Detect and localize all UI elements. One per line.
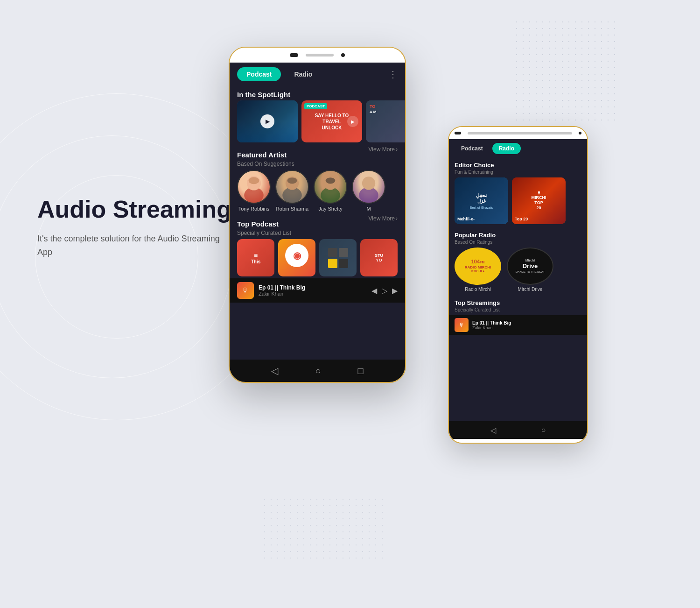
phone2-podcast-tab[interactable]: Podcast (455, 143, 490, 154)
top-streamings-title: Top Streamings (449, 296, 587, 307)
now-playing-title: Ep 01 || Think Big (259, 284, 367, 291)
svg-point-14 (362, 177, 375, 190)
phone2-wrapper: Podcast Radio Editor Choice Fun & Entert… (448, 126, 588, 444)
page-title: Audio Streaming (37, 196, 233, 223)
spotlight-title: In the SpotLight (230, 86, 405, 100)
editor-card-mirchi[interactable]: 🎙 MIRCHITOP20 Top 20 (512, 177, 566, 224)
editor-choice-sub: Fun & Entertaining (449, 170, 587, 177)
phone1-wrapper: Podcast Radio ⋮ In the SpotLight ▶ PODCA… (229, 47, 406, 383)
artist-robin-name: Robin Sharma (276, 206, 308, 212)
phone1-app-header: Podcast Radio ⋮ (230, 63, 405, 86)
editor-choice-row: مَحفِلِغزل Best of Ghazals Mehfil-e- 🎙 M… (449, 177, 587, 228)
menu-dots-icon[interactable]: ⋮ (388, 69, 398, 80)
featured-artist-title: Featured Artist (230, 146, 369, 161)
podcast-card-4[interactable]: STU YO (360, 239, 398, 276)
phone1-screen: Podcast Radio ⋮ In the SpotLight ▶ PODCA… (230, 63, 405, 360)
dot-pattern-bottomcenter (261, 496, 383, 561)
next-icon[interactable]: ▶ (392, 286, 398, 295)
phone2-now-playing-thumb: 🎙 (455, 318, 469, 332)
artist-jay-avatar (314, 170, 347, 204)
popular-radio-row: 104FM RADIO MIRCHI KOCHI ♦ Radio Mirchi … (449, 247, 587, 296)
spotlight-row: ▶ PODCAST SAY HELLO TOTRAVELUNLOCK ▶ TO … (230, 100, 405, 146)
phone1-bottom-nav: ◁ ○ □ (230, 360, 405, 382)
spotlight-card-1[interactable]: ▶ (237, 100, 298, 142)
phone1-speaker (306, 54, 334, 57)
phone2-radio-tab[interactable]: Radio (492, 143, 521, 154)
artist-tony-avatar (237, 170, 271, 204)
phone1-topbar (230, 48, 405, 63)
spotlight-text-2: SAY HELLO TOTRAVELUNLOCK (315, 113, 349, 131)
phone1: Podcast Radio ⋮ In the SpotLight ▶ PODCA… (229, 47, 406, 383)
featured-artist-header: Featured Artist Based On Suggestions Vie… (230, 146, 405, 170)
podcast-card-1[interactable]: ≡ This (237, 239, 274, 276)
phone2-camera (455, 132, 461, 134)
artist-tony[interactable]: Tony Robbins (237, 170, 271, 212)
now-playing-controls: ◀ ▷ ▶ (371, 286, 398, 295)
svg-point-7 (287, 177, 297, 184)
ghazal-text: مَحفِلِغزل (476, 193, 487, 204)
artist-jay-name: Jay Shetty (318, 206, 342, 212)
radio-mirchi-label: Radio Mirchi (465, 285, 491, 292)
home-icon[interactable]: ○ (315, 366, 321, 376)
phone1-camera (290, 53, 298, 57)
phone2-home-icon[interactable]: ○ (541, 426, 546, 434)
radio-tab[interactable]: Radio (285, 67, 322, 81)
now-playing-thumb: 🎙 (237, 282, 254, 299)
phone2-back-icon[interactable]: ◁ (490, 426, 496, 435)
phone2-header: Podcast Radio (449, 139, 587, 158)
artist-robin[interactable]: Robin Sharma (275, 170, 309, 212)
phone1-sensor (341, 53, 345, 57)
phone2-speaker (468, 132, 572, 134)
artist-robin-avatar (275, 170, 309, 204)
now-playing-artist: Zakir Khan (259, 291, 367, 297)
mirchi-drive[interactable]: Mirchi Drive DANCE TO THE BEAT Mirchi Dr… (507, 247, 553, 292)
popular-radio-sub: Based On Ratings (449, 240, 587, 247)
svg-point-3 (249, 177, 259, 184)
top-podcast-titles: Top Podcast Specially Curated List (230, 215, 369, 239)
ghazal-label: Mehfil-e- (457, 217, 505, 221)
spotlight-card-3[interactable]: TO A M (366, 100, 405, 142)
podcast-row: ≡ This ◉ (230, 239, 405, 278)
mirchi-label: Top 20 (515, 217, 563, 221)
artist-4-avatar (352, 170, 385, 204)
top-podcast-header: Top Podcast Specially Curated List View … (230, 215, 405, 239)
left-content: Audio Streaming It's the complete soluti… (37, 196, 233, 259)
podcast-tab[interactable]: Podcast (237, 67, 281, 81)
artists-row: Tony Robbins Robin Sharma (230, 170, 405, 215)
radio-mirchi[interactable]: 104FM RADIO MIRCHI KOCHI ♦ Radio Mirchi (455, 247, 501, 292)
popular-radio-title: Popular Radio (449, 228, 587, 240)
phone2-now-playing: 🎙 Ep 01 || Think Big Zakir Khan (449, 315, 587, 335)
phone2-bottom-nav: ◁ ○ (449, 421, 587, 439)
artist-4[interactable]: M (352, 170, 385, 212)
phone2-screen: Podcast Radio Editor Choice Fun & Entert… (449, 139, 587, 421)
svg-point-11 (326, 177, 336, 184)
mirchi-text: MIRCHITOP20 (532, 195, 546, 210)
back-icon[interactable]: ◁ (271, 365, 278, 376)
featured-artist-sub: Based On Suggestions (230, 161, 369, 170)
view-more-podcast[interactable]: View More › (369, 215, 398, 222)
artist-4-name: M (366, 206, 371, 212)
phone2-topbar (449, 127, 587, 139)
phone2-now-playing-title: Ep 01 || Think Big (472, 320, 581, 325)
artist-tony-name: Tony Robbins (238, 206, 270, 212)
spotlight-play-1[interactable]: ▶ (260, 114, 274, 128)
mirchi-drive-label: Mirchi Drive (518, 285, 543, 292)
dot-pattern-topright (513, 19, 616, 121)
phone2-sensor (579, 132, 581, 134)
podcast-card-2[interactable]: ◉ (278, 239, 315, 276)
page-description: It's the complete solution for the Audio… (37, 232, 233, 259)
artist-jay[interactable]: Jay Shetty (314, 170, 347, 212)
phone1-brand: HUAWEI (230, 382, 405, 383)
prev-icon[interactable]: ◀ (371, 286, 377, 295)
phone2-now-playing-info: Ep 01 || Think Big Zakir Khan (472, 320, 581, 330)
recents-icon[interactable]: □ (357, 366, 363, 376)
view-more-artists[interactable]: View More › (369, 146, 398, 153)
top-podcast-title: Top Podcast (230, 215, 369, 230)
podcast-card-3[interactable] (319, 239, 357, 276)
featured-artist-titles: Featured Artist Based On Suggestions (230, 146, 369, 170)
phone2: Podcast Radio Editor Choice Fun & Entert… (448, 126, 588, 444)
play-icon[interactable]: ▷ (382, 286, 387, 295)
editor-card-ghazal[interactable]: مَحفِلِغزل Best of Ghazals Mehfil-e- (455, 177, 508, 224)
spotlight-card-2[interactable]: PODCAST SAY HELLO TOTRAVELUNLOCK ▶ (301, 100, 362, 142)
phone2-brand: HUAWEI (449, 439, 587, 444)
